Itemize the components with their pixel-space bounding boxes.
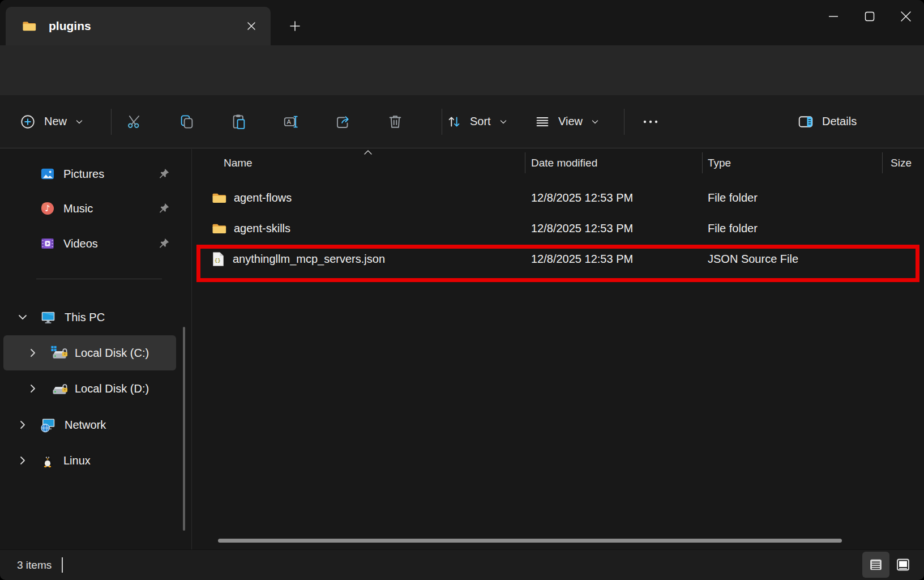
minimize-button[interactable] <box>815 0 852 33</box>
tab-close-icon[interactable] <box>241 16 262 36</box>
file-list: Name Date modified Type Size agent-flows… <box>195 149 924 274</box>
chevron-down-icon <box>591 117 600 126</box>
file-explorer-window: plugins <box>0 0 924 580</box>
more-options-button[interactable] <box>636 108 665 136</box>
sidebar-item-label: Videos <box>63 237 98 250</box>
horizontal-scrollbar-thumb[interactable] <box>218 539 842 543</box>
paste-button[interactable] <box>225 108 253 136</box>
drive-windows-icon <box>50 344 69 361</box>
videos-icon <box>40 236 55 251</box>
column-header-type[interactable]: Type <box>704 157 884 169</box>
details-view-toggle[interactable] <box>862 552 889 578</box>
file-type: File folder <box>704 191 884 204</box>
status-divider <box>62 557 63 573</box>
copy-icon <box>178 113 195 130</box>
column-divider[interactable] <box>525 152 525 173</box>
details-pane-button[interactable]: Details <box>797 95 857 148</box>
toolbar-divider <box>442 109 442 135</box>
address-bar: storage plugins <box>0 45 924 95</box>
chevron-right-icon[interactable] <box>26 383 40 394</box>
copy-button[interactable] <box>173 108 201 136</box>
music-icon: ♪ <box>40 201 55 216</box>
sidebar-item-local-disk-c[interactable]: Local Disk (C:) <box>3 335 176 370</box>
sidebar-item-label: Local Disk (C:) <box>75 347 149 360</box>
sidebar-scrollbar[interactable] <box>183 327 185 531</box>
svg-text:A: A <box>287 118 292 125</box>
window-controls <box>815 0 924 33</box>
sidebar-item-local-disk-d[interactable]: Local Disk (D:) <box>3 371 176 406</box>
column-header-name[interactable]: Name <box>195 157 527 169</box>
column-divider[interactable] <box>882 152 883 173</box>
folder-icon <box>211 190 226 206</box>
sort-ascending-icon <box>363 149 373 156</box>
sidebar-divider <box>36 279 162 279</box>
file-type: File folder <box>704 222 884 235</box>
sidebar-item-network[interactable]: Network <box>3 407 176 442</box>
new-button[interactable]: New <box>19 95 84 148</box>
sort-button[interactable]: Sort <box>446 95 508 148</box>
pin-icon <box>157 167 170 181</box>
sidebar-item-label: Music <box>63 202 93 215</box>
rename-icon: A <box>283 113 300 130</box>
file-row-anythingllm-mcp-servers-json[interactable]: {} anythingllm_mcp_servers.json 12/8/202… <box>195 244 924 274</box>
view-list-icon <box>534 114 550 130</box>
paste-icon <box>230 113 247 130</box>
close-button[interactable] <box>888 0 924 33</box>
details-button-label: Details <box>822 115 857 128</box>
file-date: 12/8/2025 12:53 PM <box>527 222 704 235</box>
linux-icon <box>40 453 55 468</box>
tab-title: plugins <box>49 19 91 33</box>
pictures-icon <box>40 166 55 182</box>
delete-button[interactable] <box>381 108 409 136</box>
ellipsis-icon <box>642 119 659 125</box>
navigation-pane: Pictures ♪ Music Videos <box>0 149 191 549</box>
large-icons-view-icon <box>895 557 911 573</box>
file-rows: agent-flows 12/8/2025 12:53 PM File fold… <box>195 182 924 274</box>
new-tab-button[interactable] <box>283 15 307 37</box>
column-headers: Name Date modified Type Size <box>195 149 924 177</box>
details-view-icon <box>868 557 884 573</box>
toolbar-divider <box>624 109 624 135</box>
new-button-label: New <box>44 115 67 128</box>
chevron-down-icon <box>499 117 508 126</box>
maximize-button[interactable] <box>852 0 888 33</box>
chevron-down-icon[interactable] <box>16 312 29 323</box>
sidebar-item-this-pc[interactable]: This PC <box>3 300 176 335</box>
command-bar: New A <box>0 95 924 148</box>
sidebar-item-linux[interactable]: Linux <box>3 443 176 478</box>
column-divider[interactable] <box>702 152 703 173</box>
sidebar-item-videos[interactable]: Videos <box>3 226 176 261</box>
new-plus-icon <box>19 113 36 130</box>
file-row-agent-flows[interactable]: agent-flows 12/8/2025 12:53 PM File fold… <box>195 182 924 213</box>
share-button[interactable] <box>329 108 357 136</box>
sidebar-item-label: Pictures <box>63 168 104 181</box>
file-date: 12/8/2025 12:53 PM <box>527 191 704 204</box>
pin-icon <box>157 237 170 250</box>
file-row-agent-skills[interactable]: agent-skills 12/8/2025 12:53 PM File fol… <box>195 213 924 244</box>
tab-strip: plugins <box>0 0 924 45</box>
horizontal-scrollbar[interactable] <box>195 537 924 545</box>
svg-text:{}: {} <box>215 257 221 263</box>
chevron-right-icon[interactable] <box>16 455 29 466</box>
pane-divider <box>191 149 192 549</box>
view-button[interactable]: View <box>534 95 600 148</box>
sidebar-item-label: Local Disk (D:) <box>75 382 149 395</box>
file-name: anythingllm_mcp_servers.json <box>233 253 385 266</box>
chevron-right-icon[interactable] <box>16 419 29 430</box>
sidebar-item-pictures[interactable]: Pictures <box>3 156 176 191</box>
pin-icon <box>157 202 170 215</box>
sidebar-item-music[interactable]: ♪ Music <box>3 191 176 226</box>
json-file-icon: {} <box>211 251 225 267</box>
this-pc-icon <box>40 309 57 326</box>
cut-button[interactable] <box>120 108 148 136</box>
sort-icon <box>446 114 462 130</box>
tab-plugins[interactable]: plugins <box>6 7 271 45</box>
file-name: agent-flows <box>234 191 292 204</box>
large-icons-view-toggle[interactable] <box>892 553 914 577</box>
rename-button[interactable]: A <box>277 108 305 136</box>
cut-icon <box>126 113 143 130</box>
column-header-date-modified[interactable]: Date modified <box>527 157 704 169</box>
chevron-right-icon[interactable] <box>26 347 40 359</box>
sidebar-item-label: Network <box>65 419 106 432</box>
column-header-size[interactable]: Size <box>884 157 924 169</box>
